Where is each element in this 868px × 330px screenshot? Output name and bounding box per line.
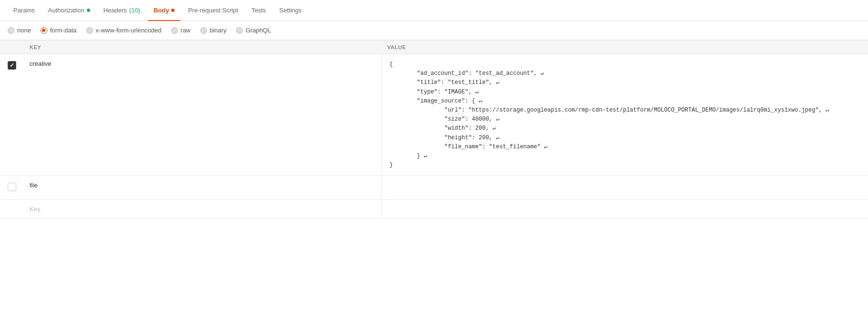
body-type-form-data[interactable]: form-data bbox=[41, 27, 77, 34]
key-cell-row-file[interactable]: file bbox=[24, 176, 382, 200]
col-header-spacer bbox=[0, 41, 24, 54]
checkbox-row-file[interactable] bbox=[8, 183, 16, 191]
checkbox-cell-row-empty bbox=[0, 200, 24, 219]
key-text-row-file: file bbox=[30, 182, 38, 189]
body-type-label-graphql: GraphQL bbox=[246, 27, 271, 34]
key-cell-row-empty[interactable]: Key bbox=[24, 200, 382, 219]
body-type-binary[interactable]: binary bbox=[200, 27, 227, 34]
key-text-row-creative: creative bbox=[30, 60, 52, 67]
tab-tests[interactable]: Tests bbox=[246, 0, 271, 21]
tab-label-body: Body bbox=[154, 7, 169, 14]
form-data-table-container: KEYVALUE creative{ "ad_account_id": "tes… bbox=[0, 40, 868, 219]
col-header-value: VALUE bbox=[382, 41, 868, 54]
tab-settings[interactable]: Settings bbox=[274, 0, 308, 21]
value-cell-row-file[interactable] bbox=[382, 176, 868, 200]
checkbox-row-creative[interactable] bbox=[8, 61, 16, 70]
tab-params[interactable]: Params bbox=[8, 0, 41, 21]
tab-bar: ParamsAuthorizationHeaders(10)BodyPre-re… bbox=[0, 0, 868, 21]
col-header-key: KEY bbox=[24, 41, 382, 54]
tab-headers[interactable]: Headers(10) bbox=[98, 0, 146, 21]
body-type-graphql[interactable]: GraphQL bbox=[236, 27, 271, 34]
tab-label-tests: Tests bbox=[251, 7, 266, 14]
radio-circle-none bbox=[8, 27, 14, 34]
body-type-raw[interactable]: raw bbox=[171, 27, 191, 34]
table-header: KEYVALUE bbox=[0, 41, 868, 54]
body-type-none[interactable]: none bbox=[8, 27, 31, 34]
radio-circle-x-www-form-urlencoded bbox=[86, 27, 93, 34]
table-row-row-creative: creative{ "ad_account_id": "test_ad_acco… bbox=[0, 54, 868, 176]
tab-badge-headers: (10) bbox=[129, 7, 140, 14]
tab-pre-request[interactable]: Pre-request Script bbox=[182, 0, 244, 21]
radio-circle-form-data bbox=[41, 27, 47, 34]
checkbox-cell-row-file bbox=[0, 176, 24, 200]
table-row-row-file: file bbox=[0, 176, 868, 200]
tab-body[interactable]: Body bbox=[148, 0, 181, 21]
radio-circle-graphql bbox=[236, 27, 243, 34]
body-type-label-binary: binary bbox=[210, 27, 227, 34]
form-data-table: KEYVALUE creative{ "ad_account_id": "tes… bbox=[0, 40, 868, 219]
body-type-label-raw: raw bbox=[181, 27, 191, 34]
body-type-label-form-data: form-data bbox=[50, 27, 77, 34]
key-cell-row-creative[interactable]: creative bbox=[24, 54, 382, 176]
value-cell-row-creative[interactable]: { "ad_account_id": "test_ad_account", ↵ … bbox=[382, 54, 868, 176]
table-row-row-empty: Key bbox=[0, 200, 868, 219]
table-body: creative{ "ad_account_id": "test_ad_acco… bbox=[0, 54, 868, 219]
body-type-label-x-www-form-urlencoded: x-www-form-urlencoded bbox=[96, 27, 162, 34]
radio-circle-raw bbox=[171, 27, 178, 34]
tab-authorization[interactable]: Authorization bbox=[42, 0, 96, 21]
tab-label-params: Params bbox=[13, 7, 35, 14]
body-type-x-www-form-urlencoded[interactable]: x-www-form-urlencoded bbox=[86, 27, 162, 34]
tab-label-pre-request: Pre-request Script bbox=[188, 7, 238, 14]
body-type-label-none: none bbox=[17, 27, 31, 34]
value-cell-row-empty[interactable] bbox=[382, 200, 868, 219]
checkbox-cell-row-creative bbox=[0, 54, 24, 176]
tab-label-authorization: Authorization bbox=[48, 7, 84, 14]
tab-dot-body bbox=[171, 9, 175, 12]
body-type-bar: noneform-datax-www-form-urlencodedrawbin… bbox=[0, 21, 868, 40]
tab-label-headers: Headers bbox=[103, 7, 127, 14]
radio-circle-binary bbox=[200, 27, 207, 34]
tab-dot-authorization bbox=[87, 9, 90, 12]
key-text-row-empty: Key bbox=[30, 206, 40, 213]
tab-label-settings: Settings bbox=[279, 7, 302, 14]
